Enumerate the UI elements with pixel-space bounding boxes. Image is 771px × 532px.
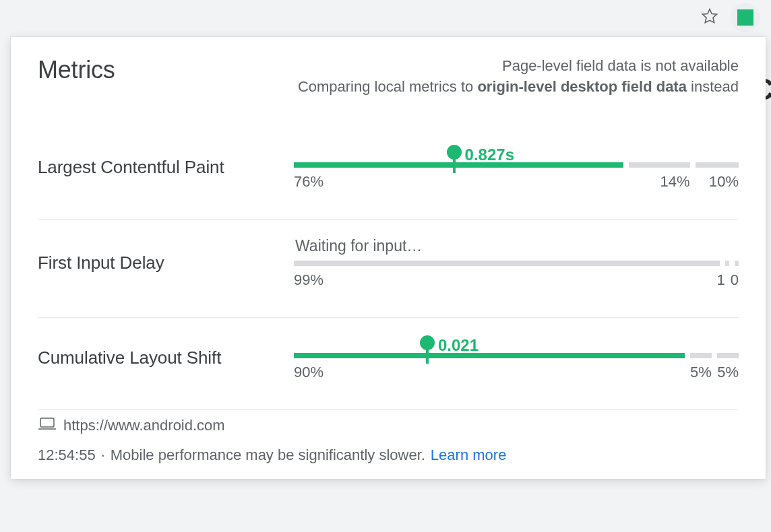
metric-chart-fid: Waiting for input… 99% 1 0 — [294, 237, 739, 289]
popup-title: Metrics — [38, 56, 115, 84]
cls-pct-poor: 5% — [717, 364, 739, 381]
cls-seg-ni — [690, 353, 712, 358]
cls-pct-ni: 5% — [690, 364, 712, 381]
metric-row-lcp: Largest Contentful Paint 0.827s 76% 14% … — [38, 127, 739, 220]
metric-name: Cumulative Layout Shift — [38, 347, 294, 368]
lcp-seg-ni — [629, 162, 689, 168]
cls-distribution-bar — [294, 352, 739, 360]
footer-time: 12:54:55 — [38, 446, 96, 464]
cls-seg-poor — [717, 353, 739, 358]
cls-seg-good — [294, 353, 685, 358]
svg-rect-0 — [40, 418, 54, 427]
lcp-pct-good: 76% — [294, 173, 623, 191]
browser-toolbar — [0, 0, 771, 37]
fid-pct-ni: 1 — [717, 271, 725, 289]
metric-row-cls: Cumulative Layout Shift 0.021 90% 5% 5% — [38, 318, 739, 410]
fid-waiting-label: Waiting for input… — [294, 237, 739, 255]
lcp-pct-ni: 14% — [629, 173, 689, 191]
fid-seg-poor — [735, 261, 739, 266]
metric-name: First Input Delay — [38, 253, 294, 273]
popup-footer: https://www.android.com 12:54:55 · Mobil… — [38, 417, 739, 464]
metric-name: Largest Contentful Paint — [38, 157, 294, 178]
subtitle-line-2: Comparing local metrics to origin-level … — [298, 77, 739, 98]
fid-pct-good: 99% — [294, 271, 712, 289]
web-vitals-popup: Metrics Page-level field data is not ava… — [11, 37, 766, 479]
subtitle-line-1: Page-level field data is not available — [298, 56, 739, 77]
lcp-seg-good — [294, 162, 623, 168]
bookmark-star-button[interactable] — [698, 6, 721, 29]
fid-seg-ni — [725, 261, 729, 266]
metric-row-fid: First Input Delay Waiting for input… 99%… — [38, 220, 739, 318]
laptop-icon — [38, 417, 57, 434]
lcp-pct-poor: 10% — [696, 173, 739, 191]
fid-distribution-bar — [294, 259, 739, 267]
web-vitals-extension-button[interactable] — [731, 3, 760, 32]
lcp-distribution-bar — [294, 161, 739, 169]
footer-url: https://www.android.com — [63, 417, 225, 434]
extension-status-icon — [737, 9, 753, 26]
popup-subtitle: Page-level field data is not available C… — [298, 56, 739, 98]
learn-more-link[interactable]: Learn more — [431, 446, 507, 464]
footer-note: Mobile performance may be significantly … — [111, 446, 425, 464]
metric-chart-lcp: 0.827s 76% 14% 10% — [294, 145, 739, 191]
separator-dot: · — [101, 446, 105, 464]
star-icon — [701, 7, 718, 28]
fid-pct-poor: 0 — [731, 271, 739, 289]
cls-pct-good: 90% — [294, 364, 685, 381]
lcp-seg-poor — [696, 162, 739, 168]
metric-chart-cls: 0.021 90% 5% 5% — [294, 335, 739, 381]
fid-seg-good — [294, 261, 720, 266]
